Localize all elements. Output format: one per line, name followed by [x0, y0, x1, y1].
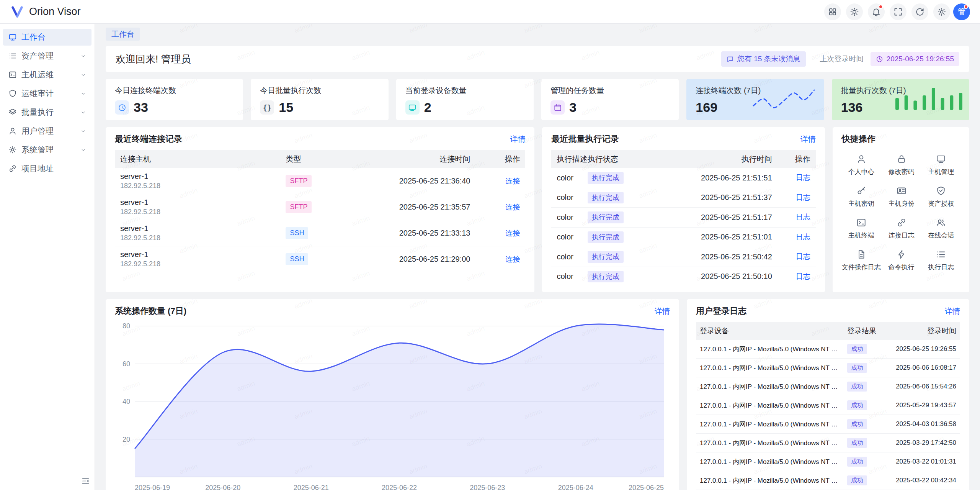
exec-time: 2025-06-25 21:50:10: [655, 267, 777, 286]
top-header: Orion Visor 管: [0, 0, 980, 24]
table-header-row: 登录设备登录结果登录时间: [696, 322, 960, 340]
login-result-badge: 成功: [847, 363, 867, 373]
terminal-record-row: server-1182.92.5.218SSH2025-06-25 21:29:…: [115, 246, 525, 272]
gear-icon: [8, 146, 17, 154]
quick-action-label: 主机身份: [889, 199, 915, 208]
exec-description: color: [551, 267, 582, 286]
connect-link[interactable]: 连接: [505, 229, 520, 237]
quick-action-host-terminal[interactable]: 主机终端: [842, 218, 881, 240]
protocol-badge: SFTP: [286, 175, 312, 187]
chevron-down-icon: [80, 72, 86, 78]
theme-light-icon[interactable]: [846, 3, 863, 20]
svg-text:2025-06-25: 2025-06-25: [629, 484, 664, 490]
stat-card-value: 136: [841, 100, 863, 115]
sidebar-item-system[interactable]: 系统管理: [3, 141, 91, 158]
sidebar-item-audit[interactable]: 运维审计: [3, 85, 91, 102]
exec-time: 2025-06-25 21:51:51: [655, 168, 777, 188]
quick-action-profile[interactable]: 个人中心: [842, 154, 881, 176]
file-icon: [856, 249, 866, 259]
exec-description: color: [551, 168, 582, 188]
refresh-icon[interactable]: [911, 3, 928, 20]
quick-action-online-session[interactable]: 在线会话: [922, 218, 960, 240]
welcome-meta: 您有 15 条未读消息 上次登录时间 2025-06-25 19:26:55: [721, 51, 959, 67]
sidebar-item-project[interactable]: 项目地址: [3, 160, 91, 177]
chevron-down-icon: [80, 91, 86, 97]
stat-card-batch-7d: 批量执行次数 (7日)136: [832, 79, 969, 120]
lock-icon: [897, 154, 906, 164]
host-name: server-1: [120, 172, 275, 181]
user-avatar[interactable]: 管: [953, 3, 970, 20]
person-icon: [856, 154, 866, 164]
layers-icon: [8, 108, 17, 116]
breadcrumb-item-workbench[interactable]: 工作台: [106, 28, 140, 41]
sidebar-item-assets[interactable]: 资产管理: [3, 48, 91, 64]
chart-detail-link[interactable]: 详情: [655, 306, 670, 316]
svg-text:2025-06-24: 2025-06-24: [558, 484, 593, 490]
breadcrumb: 工作台: [106, 28, 969, 41]
stat-card-today-batch: 今日批量执行次数{}15: [251, 79, 388, 120]
sidebar-item-users[interactable]: 用户管理: [3, 123, 91, 139]
terminal-detail-link[interactable]: 详情: [510, 134, 525, 144]
settings-gear-icon[interactable]: [933, 3, 950, 20]
login-time: 2025-03-22 00:42:34: [885, 471, 960, 490]
unread-messages-chip[interactable]: 您有 15 条未读消息: [721, 51, 806, 67]
stat-card-value: 33: [134, 100, 148, 115]
login-device: 127.0.0.1 - 内网IP - Mozilla/5.0 (Windows …: [696, 359, 843, 377]
log-link[interactable]: 日志: [796, 174, 810, 182]
connect-link[interactable]: 连接: [505, 203, 520, 211]
quick-action-asset-grant[interactable]: 资产授权: [922, 186, 960, 208]
quick-action-host-key[interactable]: 主机密钥: [842, 186, 881, 208]
login-log-row: 127.0.0.1 - 内网IP - Mozilla/5.0 (Windows …: [696, 359, 960, 377]
stat-card-managed-tasks: 管理的任务数量3: [541, 79, 679, 120]
quick-action-file-op-log[interactable]: 文件操作日志: [842, 249, 881, 272]
quick-action-change-password[interactable]: 修改密码: [882, 154, 921, 176]
apps-grid-icon[interactable]: [824, 3, 841, 20]
sidebar-item-batch-exec[interactable]: 批量执行: [3, 104, 91, 121]
batch-records-table: 执行描述执行状态执行时间操作color执行完成2025-06-25 21:51:…: [551, 150, 815, 286]
log-link[interactable]: 日志: [796, 252, 810, 261]
records-row: 最近终端连接记录 详情 连接主机类型连接时间操作server-1182.92.5…: [106, 127, 969, 292]
notifications-bell-icon[interactable]: [868, 3, 885, 20]
chevron-down-icon: [80, 147, 86, 153]
quick-action-host-identity[interactable]: 主机身份: [882, 186, 921, 208]
quick-action-connect-log[interactable]: 连接日志: [882, 218, 921, 240]
column-header: 执行状态: [582, 150, 655, 168]
stat-card-label: 当前登录设备数量: [405, 85, 524, 96]
exec-time: 2025-06-25 21:51:01: [655, 227, 777, 247]
login-time: 2025-06-06 16:08:17: [885, 359, 960, 377]
app-title: Orion Visor: [29, 6, 81, 18]
quick-action-command-exec[interactable]: 命令执行: [882, 249, 921, 272]
login-detail-link[interactable]: 详情: [945, 306, 960, 316]
chevron-down-icon: [80, 128, 86, 134]
connect-link[interactable]: 连接: [505, 255, 520, 263]
system-operations-chart: 204060802025-06-192025-06-202025-06-2120…: [115, 319, 670, 490]
quick-action-host-manage[interactable]: 主机管理: [922, 154, 960, 176]
orion-visor-dashboard: Orion Visor 管 工作台资产管理主机运维运维审计批量执行用户管理系统管…: [0, 0, 980, 490]
column-header: 登录时间: [885, 322, 960, 340]
batch-records-panel: 最近批量执行记录 详情 执行描述执行状态执行时间操作color执行完成2025-…: [542, 127, 825, 292]
quick-action-exec-log[interactable]: 执行日志: [922, 249, 960, 272]
column-header: 连接主机: [115, 150, 280, 168]
sidebar-item-workbench[interactable]: 工作台: [3, 29, 91, 46]
quick-action-label: 连接日志: [889, 231, 915, 240]
sidebar-item-host-ops[interactable]: 主机运维: [3, 66, 91, 83]
batch-detail-link[interactable]: 详情: [800, 134, 816, 144]
log-link[interactable]: 日志: [796, 213, 810, 221]
stat-card-label: 管理的任务数量: [550, 85, 670, 96]
sidebar-menu: 工作台资产管理主机运维运维审计批量执行用户管理系统管理项目地址: [0, 29, 95, 177]
connect-link[interactable]: 连接: [505, 177, 520, 185]
batch-record-row: color执行完成2025-06-25 21:51:01日志: [551, 227, 815, 247]
login-log-row: 127.0.0.1 - 内网IP - Mozilla/5.0 (Windows …: [696, 452, 960, 471]
quick-action-label: 命令执行: [889, 263, 915, 272]
column-header: 登录结果: [843, 322, 885, 340]
log-link[interactable]: 日志: [796, 193, 810, 202]
terminal-record-row: server-1182.92.5.218SSH2025-06-25 21:33:…: [115, 220, 525, 246]
collapse-sidebar-icon[interactable]: [81, 477, 90, 485]
log-link[interactable]: 日志: [796, 272, 810, 280]
fullscreen-icon[interactable]: [890, 3, 906, 20]
login-result-badge: 成功: [847, 475, 867, 485]
protocol-badge: SSH: [286, 253, 308, 265]
system-operations-panel: 系统操作数量 (7日) 详情 204060802025-06-192025-06…: [106, 299, 679, 490]
log-link[interactable]: 日志: [796, 233, 810, 241]
calendar-icon: [550, 100, 565, 115]
